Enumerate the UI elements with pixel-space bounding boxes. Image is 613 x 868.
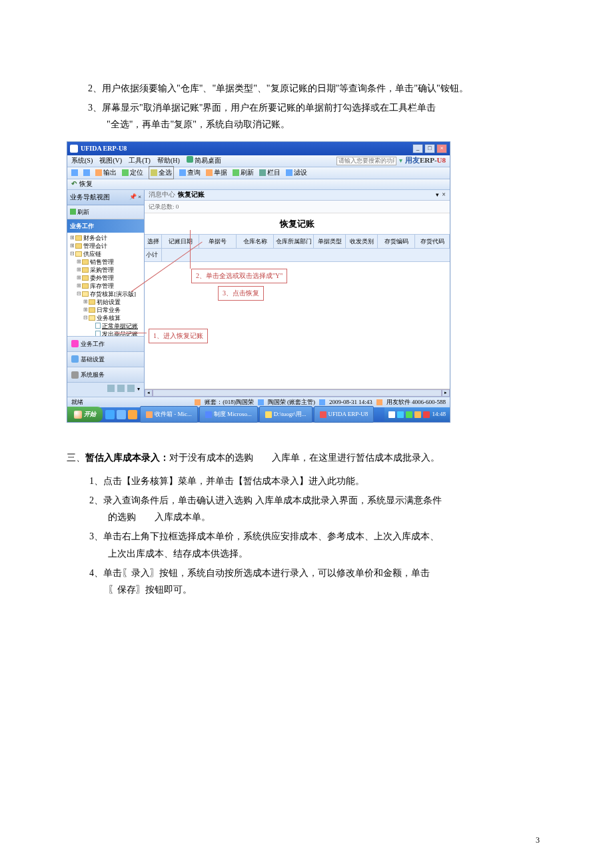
tree-folder[interactable]: ⊟业务核算 xyxy=(67,314,144,322)
tray-icon-2[interactable] xyxy=(397,411,404,418)
tool-filter[interactable]: 滤设 xyxy=(286,167,307,179)
tree-folder[interactable]: ⊞库存管理 xyxy=(67,282,144,290)
col-date[interactable]: 记账日期 xyxy=(162,235,199,248)
tree-folder[interactable]: ⊞管理会计 xyxy=(67,242,144,250)
tool-column[interactable]: 栏目 xyxy=(259,167,281,179)
col-invcode[interactable]: 存货编码 xyxy=(378,235,415,248)
quick-ie-icon[interactable] xyxy=(105,410,115,419)
col-dept[interactable]: 仓库所属部门 xyxy=(274,235,314,248)
taskbar-app-folder[interactable]: D:\tuogr\用... xyxy=(259,406,312,422)
annotation-1: 1、进入恢复记账 xyxy=(149,329,208,343)
sidebar-refresh[interactable]: 刷新 xyxy=(67,205,144,219)
mini-dropdown-icon[interactable]: ▾ xyxy=(137,385,140,394)
bottom-tab-basic[interactable]: 基础设置 xyxy=(67,351,144,367)
search-input[interactable] xyxy=(336,157,396,165)
quick-outlook-icon[interactable] xyxy=(128,410,137,419)
section3-item-1: 1、点击【业务核算】菜单，并单击【暂估成本录入】进入此功能。 xyxy=(89,473,546,489)
menu-view[interactable]: 视图(V) xyxy=(99,155,122,167)
mini-icon-3[interactable] xyxy=(127,385,135,392)
scroll-right-icon[interactable]: ▸ xyxy=(442,389,450,397)
arrow-1 xyxy=(115,333,147,333)
minimize-button[interactable]: _ xyxy=(412,144,423,153)
locate-icon xyxy=(122,169,129,176)
horizontal-scrollbar[interactable]: ◂ ▸ xyxy=(145,389,450,397)
scroll-thumb[interactable] xyxy=(153,389,442,397)
mini-icon-1[interactable] xyxy=(107,385,115,392)
windows-logo-icon xyxy=(74,411,82,419)
start-button[interactable]: 开始 xyxy=(67,407,103,421)
main-menubar: 系统(S) 视图(V) 工具(T) 帮助(H) 简易桌面 ▾ 用友ERP-U8 xyxy=(67,155,450,167)
tool-output[interactable]: 输出 xyxy=(95,167,117,179)
close-button[interactable]: × xyxy=(436,144,447,153)
tree-folder[interactable]: ⊞采购管理 xyxy=(67,266,144,274)
tray-icon-4[interactable] xyxy=(414,411,421,418)
annotation-3: 3、点击恢复 xyxy=(218,286,264,301)
tool-document[interactable]: 单据 xyxy=(206,167,227,179)
filter-icon xyxy=(286,169,293,176)
tree-leaf[interactable]: 正常单据记账 xyxy=(67,322,144,330)
col-type[interactable]: 单据类型 xyxy=(314,235,346,248)
sidebar: 业务导航视图 📌 × 刷新 业务工作 ⊞财务会计⊞管理会计⊟供应链⊞销售管理⊞采… xyxy=(67,190,145,397)
search-dropdown-icon[interactable]: ▾ xyxy=(399,155,402,167)
query-icon xyxy=(179,169,186,176)
tree-folder[interactable]: ⊟供应链 xyxy=(67,250,144,258)
tree-folder[interactable]: ⊞销售管理 xyxy=(67,258,144,266)
pin-icon[interactable]: 📌 × xyxy=(129,191,141,203)
mini-icon-2[interactable] xyxy=(117,385,125,392)
refresh-icon xyxy=(233,169,239,176)
annotation-2: 2、单击全选或双击选择成"Y" xyxy=(191,269,287,283)
tab-close-icon[interactable]: × xyxy=(442,189,446,201)
content-tab-bar: 消息中心 恢复记账 ▾ × xyxy=(145,190,450,201)
top-instructions: 2、用户依据须要输入"仓库"、"单据类型"、"复原记账的日期"等查询条件，单击"… xyxy=(88,80,546,133)
tree-folder[interactable]: ⊞日常业务 xyxy=(67,306,144,314)
tab-active[interactable]: 恢复记账 xyxy=(178,189,205,201)
menu-tools[interactable]: 工具(T) xyxy=(129,155,151,167)
section-3-heading: 三、暂估入库成本录入：对于没有成本的选购 入库单，在这里进行暂估成本成批录入。 xyxy=(67,449,546,466)
tab-message-center[interactable]: 消息中心 xyxy=(149,189,175,201)
content-area: 消息中心 恢复记账 ▾ × 记录总数: 0 恢复记账 选择 记账日期 单据号 仓… xyxy=(145,190,450,397)
window-titlebar: UFIDA ERP-U8 _ □ × xyxy=(67,142,450,155)
bottom-tab-service[interactable]: 系统服务 xyxy=(67,367,144,382)
col-warehouse[interactable]: 仓库名称 xyxy=(237,235,274,248)
maximize-button[interactable]: □ xyxy=(424,144,435,153)
menu-desktop[interactable]: 简易桌面 xyxy=(187,155,221,167)
user-icon xyxy=(258,399,264,405)
tool-preview-icon[interactable] xyxy=(83,169,90,176)
tray-shield-icon[interactable] xyxy=(423,411,430,418)
menu-help[interactable]: 帮助(H) xyxy=(157,155,180,167)
window-controls: _ □ × xyxy=(412,144,447,153)
col-select[interactable]: 选择 xyxy=(145,235,162,248)
sidebar-task-header[interactable]: 业务工作 xyxy=(67,219,144,233)
service-icon xyxy=(71,371,79,379)
taskbar-app-inbox[interactable]: 收件箱 - Mic... xyxy=(140,406,198,422)
restore-button[interactable]: 恢复 xyxy=(79,178,93,190)
word-icon xyxy=(205,411,212,418)
col-invid[interactable]: 存货代码 xyxy=(415,235,450,248)
tab-dropdown-icon[interactable]: ▾ xyxy=(436,189,439,200)
col-category[interactable]: 收发类别 xyxy=(346,235,378,248)
taskbar-app-ufida[interactable]: UFIDA ERP-U8 xyxy=(314,406,374,422)
tool-locate[interactable]: 定位 xyxy=(122,167,143,179)
tray-icon-3[interactable] xyxy=(406,411,412,418)
taskbar-app-word[interactable]: 制度 Microso... xyxy=(199,406,258,422)
tool-query[interactable]: 查询 xyxy=(179,167,201,179)
date-icon xyxy=(319,399,325,405)
tool-print-icon[interactable] xyxy=(71,169,78,176)
tree-folder[interactable]: ⊞财务会计 xyxy=(67,234,144,242)
window-title: UFIDA ERP-U8 xyxy=(81,143,412,155)
nav-tree: ⊞财务会计⊞管理会计⊟供应链⊞销售管理⊞采购管理⊞委外管理⊞库存管理⊟存货核算[… xyxy=(67,233,144,336)
tree-folder[interactable]: ⊞初始设置 xyxy=(67,298,144,306)
tool-selectall[interactable]: 全选 xyxy=(149,166,174,179)
quick-desktop-icon[interactable] xyxy=(117,410,126,419)
tree-folder[interactable]: ⊞委外管理 xyxy=(67,274,144,282)
folder-icon xyxy=(265,411,272,418)
tray-icon-1[interactable] xyxy=(388,411,395,418)
bottom-tab-work[interactable]: 业务工作 xyxy=(67,336,144,351)
tool-refresh[interactable]: 刷新 xyxy=(233,167,254,179)
col-docno[interactable]: 单据号 xyxy=(199,235,237,248)
main-toolbar: 输出 定位 全选 查询 单据 刷新 栏目 滤设 xyxy=(67,167,450,179)
menu-system[interactable]: 系统(S) xyxy=(71,155,93,167)
scroll-left-icon[interactable]: ◂ xyxy=(145,389,153,397)
status-phone: 用友软件 4006-600-588 xyxy=(386,397,446,407)
phone-icon xyxy=(376,399,382,405)
